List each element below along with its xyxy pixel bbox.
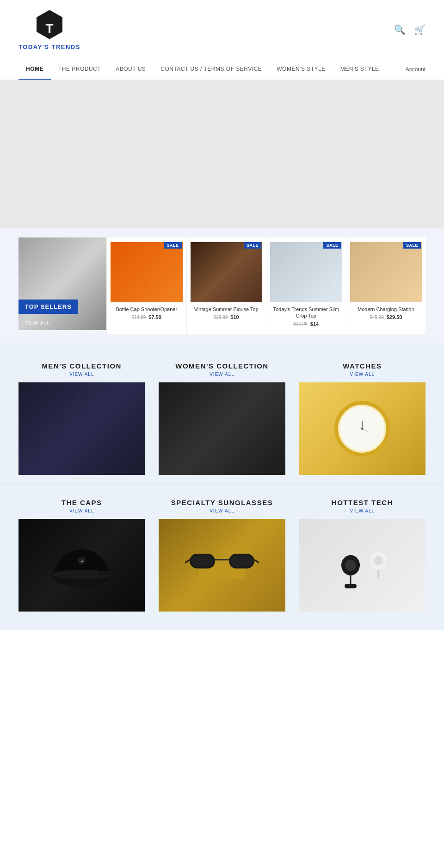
product-card-3[interactable]: SALE Today's Trends Summer Slim Crop Top… (266, 237, 346, 334)
product-prices-1: $14.99 $7.50 (132, 314, 161, 320)
nav-item-product[interactable]: THE PRODUCT (51, 59, 108, 80)
collection-caps: THE CAPS VIEW ALL ★ (18, 499, 145, 612)
product-card-2[interactable]: SALE Vintage Summer Blouse Top $29.99 $1… (186, 237, 266, 334)
collection-womens: WOMEN'S COLLECTION VIEW ALL (159, 362, 285, 475)
nav-items: HOME THE PRODUCT ABOUT US CONTACT US / T… (18, 59, 387, 80)
nav-item-womens[interactable]: WOMEN'S STYLE (269, 59, 333, 80)
top-sellers-bg-image (18, 237, 106, 330)
svg-line-17 (254, 560, 259, 563)
product-card-4[interactable]: SALE Modern Charging Station $45.99 $29.… (346, 237, 426, 334)
svg-line-3 (362, 429, 368, 431)
collection-caps-viewall[interactable]: VIEW ALL (69, 508, 94, 513)
price-old-1: $14.99 (132, 315, 146, 320)
brand-name: TODAY'S TRENDS (18, 44, 80, 50)
collection-tech-title: HOTTEST TECH (332, 499, 393, 506)
collections-section-2: THE CAPS VIEW ALL ★ SPECIALTY SUNGLASSES… (0, 484, 444, 630)
collection-sunglasses-title: SPECIALTY SUNGLASSES (171, 499, 273, 506)
product-prices-2: $29.99 $10 (214, 314, 239, 320)
collection-watches: WATCHES VIEW ALL (299, 362, 426, 475)
top-sellers-section: TOP SELLERS VIEW ALL SALE Bottle Cap Sho… (0, 228, 444, 343)
product-image-1 (111, 242, 183, 302)
svg-rect-21 (345, 584, 357, 588)
svg-point-19 (345, 560, 356, 571)
product-name-2: Vintage Summer Blouse Top (194, 306, 259, 312)
collection-watches-viewall[interactable]: VIEW ALL (350, 372, 375, 377)
price-new-4: $29.50 (387, 314, 402, 320)
sale-badge-3: SALE (323, 242, 341, 249)
sale-badge-1: SALE (164, 242, 181, 249)
collection-watches-image[interactable] (299, 382, 426, 475)
svg-point-4 (361, 428, 363, 430)
top-sellers-card: TOP SELLERS VIEW ALL (18, 237, 106, 330)
svg-rect-14 (191, 556, 213, 567)
product-image-3 (270, 242, 342, 302)
top-sellers-badge: TOP SELLERS (18, 300, 78, 314)
svg-rect-10 (199, 568, 245, 579)
svg-line-16 (185, 560, 190, 563)
price-new-2: $10 (230, 314, 239, 320)
collection-womens-title: WOMEN'S COLLECTION (175, 362, 268, 370)
collection-tech-viewall[interactable]: VIEW ALL (350, 508, 375, 513)
header: T TODAY'S TRENDS 🔍 🛒 (0, 0, 444, 59)
nav-item-about[interactable]: ABOUT US (108, 59, 153, 80)
collection-mens-title: MEN'S COLLECTION (42, 362, 122, 370)
price-old-3: $30.99 (293, 321, 308, 326)
svg-point-23 (374, 556, 383, 565)
collection-caps-image[interactable]: ★ (18, 519, 145, 612)
collection-womens-image[interactable] (159, 382, 285, 475)
collections-grid-1: MEN'S COLLECTION VIEW ALL WOMEN'S COLLEC… (18, 362, 426, 475)
collection-watches-title: WATCHES (343, 362, 382, 370)
nav-item-home[interactable]: HOME (18, 59, 51, 80)
logo-area: T TODAY'S TRENDS (18, 8, 80, 50)
sale-badge-4: SALE (403, 242, 421, 249)
hero-banner (0, 80, 444, 228)
svg-rect-25 (373, 578, 384, 582)
collection-tech-image[interactable] (299, 519, 426, 612)
collection-sunglasses: SPECIALTY SUNGLASSES VIEW ALL (159, 499, 285, 612)
products-row: TOP SELLERS VIEW ALL SALE Bottle Cap Sho… (18, 237, 426, 334)
svg-text:T: T (45, 21, 53, 36)
top-sellers-view-all[interactable]: VIEW ALL (25, 320, 50, 325)
product-prices-4: $45.99 $29.50 (370, 314, 402, 320)
account-link[interactable]: Account (406, 66, 426, 73)
collection-sunglasses-image[interactable] (159, 519, 285, 612)
product-image-4 (350, 242, 422, 302)
price-new-3: $14 (310, 321, 319, 327)
svg-text:★: ★ (80, 559, 83, 563)
header-icons: 🔍 🛒 (394, 24, 426, 35)
product-image-2 (191, 242, 263, 302)
collection-womens-viewall[interactable]: VIEW ALL (210, 372, 234, 377)
product-card-1[interactable]: SALE Bottle Cap Shooter/Opener $14.99 $7… (106, 237, 186, 334)
collections-grid-2: THE CAPS VIEW ALL ★ SPECIALTY SUNGLASSES… (18, 499, 426, 612)
product-prices-3: $30.99 $14 (293, 321, 319, 327)
collection-mens-viewall[interactable]: VIEW ALL (69, 372, 94, 377)
product-name-1: Bottle Cap Shooter/Opener (116, 306, 177, 312)
svg-rect-7 (98, 571, 117, 575)
nav-item-contact[interactable]: CONTACT US / TERMS OF SERVICE (153, 59, 269, 80)
search-icon[interactable]: 🔍 (394, 24, 406, 35)
svg-rect-15 (231, 556, 253, 567)
sale-badge-2: SALE (244, 242, 261, 249)
collection-caps-title: THE CAPS (62, 499, 102, 506)
collection-mens: MEN'S COLLECTION VIEW ALL (18, 362, 145, 475)
collection-tech: HOTTEST TECH VIEW ALL (299, 499, 426, 612)
collection-sunglasses-viewall[interactable]: VIEW ALL (210, 508, 234, 513)
cart-icon[interactable]: 🛒 (414, 24, 426, 35)
main-nav: HOME THE PRODUCT ABOUT US CONTACT US / T… (0, 59, 444, 80)
collections-section-1: MEN'S COLLECTION VIEW ALL WOMEN'S COLLEC… (0, 343, 444, 484)
price-new-1: $7.50 (148, 314, 161, 320)
collection-mens-image[interactable] (18, 382, 145, 475)
product-name-3: Today's Trends Summer Slim Crop Top (270, 306, 342, 319)
price-old-2: $29.99 (214, 315, 228, 320)
price-old-4: $45.99 (370, 315, 384, 320)
product-name-4: Modern Charging Station (358, 306, 414, 312)
nav-item-mens[interactable]: MEN'S STYLE (333, 59, 387, 80)
logo-icon[interactable]: T (33, 8, 66, 41)
